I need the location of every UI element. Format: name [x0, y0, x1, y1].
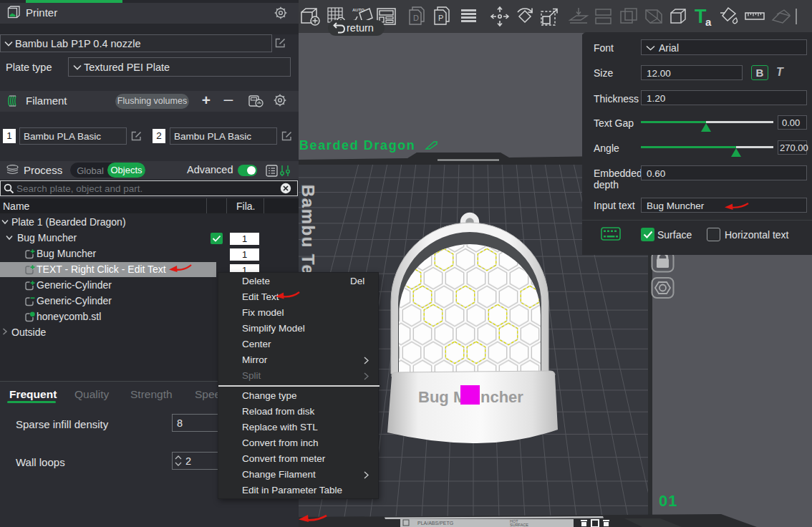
- svg-text:PLA/ABS/PETG: PLA/ABS/PETG: [417, 521, 453, 526]
- svg-text:Bug M: Bug M: [418, 388, 466, 406]
- svg-text:SURFACE: SURFACE: [510, 523, 528, 527]
- svg-text:P: P: [438, 14, 443, 22]
- svg-text:D: D: [413, 14, 419, 22]
- svg-text:ncher: ncher: [480, 388, 523, 406]
- svg-text:a: a: [705, 16, 712, 28]
